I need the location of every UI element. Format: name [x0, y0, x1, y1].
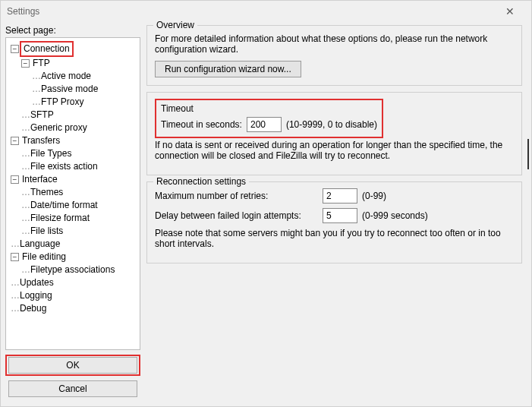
- tree-label: FTP Proxy: [41, 96, 83, 109]
- tree-item-datetime[interactable]: …Date/time format: [20, 199, 138, 212]
- tree-label: File editing: [22, 251, 66, 263]
- ok-highlight: OK: [5, 355, 140, 376]
- timeout-note: If no data is sent or received during an…: [155, 140, 514, 161]
- timeout-hint: (10-9999, 0 to disable): [286, 119, 377, 130]
- delay-label: Delay between failed login attempts:: [155, 210, 318, 221]
- tree-label: Date/time format: [30, 199, 98, 212]
- tree-label: Connection: [20, 41, 74, 57]
- timeout-input[interactable]: [247, 117, 282, 132]
- tree-label: Updates: [20, 276, 54, 289]
- tree-item-file-editing[interactable]: − File editing: [9, 251, 138, 263]
- collapse-icon[interactable]: −: [11, 45, 19, 53]
- tree-item-themes[interactable]: …Themes: [20, 186, 138, 199]
- window-body: Select page: − Connection: [1, 22, 531, 406]
- timeout-label: Timeout in seconds:: [161, 119, 242, 130]
- tree-label: Active mode: [41, 70, 91, 83]
- tree-box: − Connection − FTP …: [5, 37, 140, 350]
- tree-item-generic-proxy[interactable]: …Generic proxy: [20, 121, 138, 134]
- tree-label: File Types: [30, 147, 71, 160]
- tree-item-filelists[interactable]: …File lists: [20, 225, 138, 238]
- tree-item-updates[interactable]: …Updates: [9, 276, 138, 289]
- tree-label: Interface: [22, 173, 58, 186]
- tree-item-filetype-assoc[interactable]: …Filetype associations: [20, 263, 138, 276]
- timeout-highlight: Timeout Timeout in seconds: (10-9999, 0 …: [155, 99, 383, 138]
- retries-hint: (0-99): [362, 191, 386, 201]
- tree-item-ftp-proxy[interactable]: …FTP Proxy: [30, 96, 138, 109]
- reconnect-note: Please note that some servers might ban …: [155, 228, 514, 249]
- tree-dots-icon: …: [21, 212, 29, 225]
- scrollbar-hint[interactable]: [527, 139, 529, 169]
- tree-dots-icon: …: [21, 263, 29, 276]
- timeout-title: Timeout: [161, 103, 377, 117]
- overview-text: For more detailed information about what…: [155, 33, 514, 55]
- collapse-icon[interactable]: −: [11, 253, 19, 261]
- tree-item-file-types[interactable]: …File Types: [20, 147, 138, 160]
- overview-title: Overview: [153, 20, 197, 30]
- tree-dots-icon: …: [11, 289, 18, 302]
- tree-dots-icon: …: [21, 199, 29, 212]
- tree-label: Themes: [30, 186, 63, 199]
- tree-label: Logging: [20, 289, 52, 302]
- tree-label: Generic proxy: [30, 121, 87, 134]
- collapse-icon[interactable]: −: [11, 175, 19, 184]
- tree-dots-icon: …: [21, 186, 29, 199]
- tree-label: Transfers: [22, 134, 60, 147]
- tree-label: Language: [20, 238, 60, 251]
- close-icon[interactable]: ✕: [495, 2, 525, 21]
- collapse-icon[interactable]: −: [21, 59, 30, 68]
- retries-label: Maximum number of retries:: [155, 191, 318, 201]
- reconnect-group: Reconnection settings Maximum number of …: [146, 181, 522, 263]
- overview-group: Overview For more detailed information a…: [146, 25, 522, 86]
- tree-dots-icon: …: [32, 96, 39, 109]
- tree-item-ftp[interactable]: − FTP: [20, 57, 138, 70]
- tree-dots-icon: …: [32, 70, 39, 83]
- ok-button[interactable]: OK: [8, 357, 137, 374]
- left-pane: Select page: − Connection: [5, 25, 140, 402]
- delay-input[interactable]: [323, 208, 357, 223]
- tree-dots-icon: …: [32, 83, 39, 96]
- tree-item-transfers[interactable]: − Transfers: [9, 134, 138, 147]
- settings-window: Settings ✕ Select page: − Connection: [0, 0, 532, 407]
- tree-label: Filetype associations: [30, 263, 115, 276]
- tree-item-connection[interactable]: − Connection: [9, 41, 138, 57]
- settings-tree[interactable]: − Connection − FTP …: [8, 41, 138, 315]
- cancel-button[interactable]: Cancel: [8, 380, 137, 397]
- tree-label: Debug: [20, 302, 46, 315]
- tree-dots-icon: …: [21, 121, 29, 134]
- tree-item-interface[interactable]: − Interface: [9, 173, 138, 186]
- tree-item-debug[interactable]: …Debug: [9, 302, 138, 315]
- tree-dots-icon: …: [21, 225, 29, 238]
- window-title: Settings: [7, 6, 495, 17]
- tree-item-language[interactable]: …Language: [9, 238, 138, 251]
- tree-item-filesize[interactable]: …Filesize format: [20, 212, 138, 225]
- tree-dots-icon: …: [11, 238, 18, 251]
- tree-label: File lists: [30, 225, 63, 238]
- right-pane: Overview For more detailed information a…: [146, 25, 527, 402]
- tree-dots-icon: …: [21, 160, 29, 173]
- tree-label: Filesize format: [30, 212, 90, 225]
- tree-item-sftp[interactable]: …SFTP: [20, 109, 138, 121]
- select-page-label: Select page:: [5, 25, 140, 36]
- tree-dots-icon: …: [11, 276, 18, 289]
- dialog-buttons: OK Cancel: [5, 355, 140, 402]
- tree-label: File exists action: [30, 160, 98, 173]
- reconnect-title: Reconnection settings: [153, 176, 249, 187]
- tree-dots-icon: …: [21, 147, 29, 160]
- tree-dots-icon: …: [21, 109, 29, 121]
- tree-label: SFTP: [30, 109, 54, 121]
- tree-label: FTP: [33, 57, 50, 70]
- tree-dots-icon: …: [11, 302, 18, 315]
- delay-hint: (0-999 seconds): [362, 210, 428, 221]
- tree-item-active-mode[interactable]: …Active mode: [30, 70, 138, 83]
- titlebar: Settings ✕: [1, 1, 531, 22]
- retries-input[interactable]: [323, 188, 357, 204]
- tree-label: Passive mode: [41, 83, 98, 96]
- tree-item-file-exists[interactable]: …File exists action: [20, 160, 138, 173]
- collapse-icon[interactable]: −: [11, 137, 19, 145]
- tree-item-logging[interactable]: …Logging: [9, 289, 138, 302]
- run-wizard-button[interactable]: Run configuration wizard now...: [155, 61, 301, 77]
- timeout-group: Timeout Timeout in seconds: (10-9999, 0 …: [146, 92, 522, 175]
- tree-item-passive-mode[interactable]: …Passive mode: [30, 83, 138, 96]
